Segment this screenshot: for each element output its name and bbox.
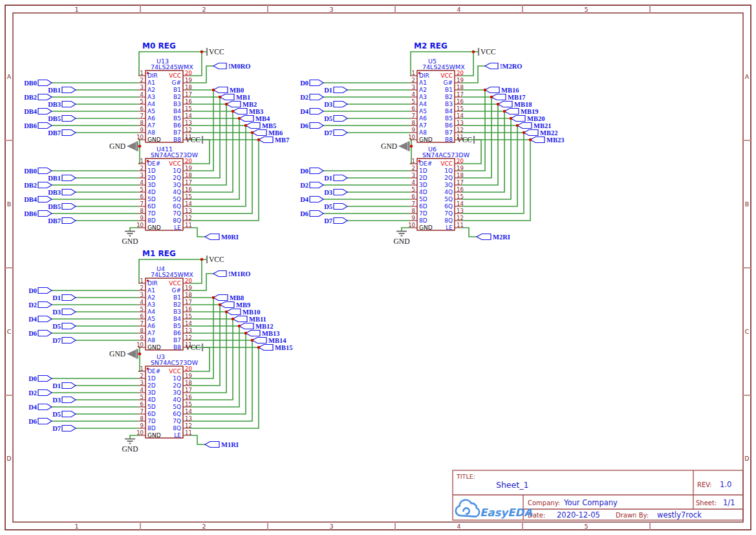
- output-port[interactable]: MB15: [259, 344, 292, 351]
- input-port[interactable]: DB0: [24, 168, 52, 175]
- gnd-flag-bar: [136, 142, 138, 151]
- pin-number: 18: [185, 380, 192, 386]
- input-port[interactable]: D5: [52, 411, 76, 418]
- output-port[interactable]: MB22: [524, 129, 557, 136]
- input-port[interactable]: D7: [324, 217, 347, 224]
- sheet-title-value[interactable]: Sheet_1: [496, 480, 528, 490]
- vcc-flag[interactable]: VCC: [207, 256, 224, 263]
- vcc-flag[interactable]: VCC: [479, 48, 496, 56]
- latch-enable-port[interactable]: M2RI: [477, 234, 510, 241]
- frame-row-label: B: [745, 201, 750, 208]
- latch-enable-port[interactable]: M1RI: [205, 441, 239, 448]
- junction-dot: [251, 339, 254, 342]
- input-port[interactable]: D3: [52, 309, 76, 316]
- output-port[interactable]: MB17: [491, 94, 525, 101]
- output-port[interactable]: MB13: [246, 330, 279, 337]
- input-port[interactable]: DB2: [24, 182, 52, 189]
- input-port[interactable]: D1: [52, 382, 76, 389]
- ic-latch[interactable]: U6SN74AC573DW1OE#21D32D43D54D65D76D87D98…: [408, 146, 470, 231]
- input-port[interactable]: D0: [28, 287, 52, 294]
- input-port[interactable]: DB5: [48, 203, 76, 210]
- output-port[interactable]: MB14: [252, 337, 286, 344]
- pin-number: 5: [140, 186, 144, 193]
- input-port[interactable]: D4: [28, 404, 52, 411]
- drawn-by-value[interactable]: westly7rock: [657, 510, 702, 519]
- output-enable-port[interactable]: !M1RO: [213, 270, 250, 278]
- input-port[interactable]: D3: [324, 101, 347, 108]
- ic-transceiver[interactable]: U574LS245WMX1DIR2A13A24A35A46A57A68A79A8…: [408, 58, 465, 143]
- output-port[interactable]: MB18: [498, 101, 532, 108]
- output-port[interactable]: MB12: [239, 323, 273, 330]
- port-label: D0: [300, 168, 308, 175]
- input-port[interactable]: D0: [300, 168, 323, 175]
- input-port[interactable]: DB4: [24, 108, 52, 115]
- frame-column-label: 2: [202, 6, 206, 13]
- junction-dot: [510, 117, 513, 120]
- input-port[interactable]: D2: [300, 94, 323, 101]
- input-port[interactable]: DB4: [24, 196, 52, 203]
- output-port[interactable]: MB21: [517, 122, 551, 129]
- output-port[interactable]: MB19: [504, 108, 538, 115]
- input-port[interactable]: D6: [28, 330, 52, 337]
- input-port[interactable]: D2: [300, 182, 323, 189]
- input-port[interactable]: D2: [28, 301, 52, 309]
- output-port[interactable]: MB23: [530, 136, 564, 144]
- input-port[interactable]: DB1: [48, 175, 76, 182]
- vcc-flag[interactable]: VCC: [207, 48, 224, 56]
- input-port[interactable]: D6: [300, 122, 323, 129]
- output-port[interactable]: MB10: [226, 309, 260, 316]
- rev-label: REV:: [697, 481, 712, 488]
- pin-number: 15: [185, 313, 192, 320]
- rev-value[interactable]: 1.0: [720, 480, 731, 489]
- input-port[interactable]: DB3: [48, 101, 76, 108]
- ic-transceiver[interactable]: U1374LS245WMX1DIR2A13A24A35A46A57A68A79A…: [136, 58, 193, 143]
- output-port[interactable]: MB20: [511, 115, 545, 122]
- output-port[interactable]: MB16: [485, 87, 519, 94]
- output-enable-port[interactable]: !M0RO: [213, 63, 250, 70]
- input-port[interactable]: DB7: [48, 129, 76, 136]
- input-port[interactable]: D0: [300, 80, 323, 87]
- input-port[interactable]: D6: [28, 418, 52, 425]
- input-port[interactable]: D7: [52, 337, 76, 344]
- date-value[interactable]: 2020-12-05: [557, 510, 600, 519]
- pin-name: 4Q: [173, 189, 181, 195]
- company-value[interactable]: Your Company: [563, 498, 618, 507]
- input-port[interactable]: D5: [324, 115, 347, 122]
- input-port[interactable]: D0: [28, 375, 52, 382]
- frame-column-label: 4: [457, 6, 460, 13]
- input-port[interactable]: D7: [324, 129, 347, 136]
- pin-name: 2D: [419, 175, 427, 181]
- input-port[interactable]: DB3: [48, 189, 76, 196]
- input-port[interactable]: DB1: [48, 87, 76, 94]
- ic-latch[interactable]: U411SN74AC573DW1OE#21D32D43D54D65D76D87D…: [136, 146, 198, 231]
- input-port[interactable]: DB6: [24, 210, 52, 217]
- output-port[interactable]: MB11: [233, 316, 266, 323]
- ic-latch[interactable]: U3SN74AC573DW1OE#21D32D43D54D65D76D87D98…: [136, 353, 198, 439]
- input-port[interactable]: DB2: [24, 94, 52, 101]
- latch-enable-port[interactable]: M0RI: [205, 234, 239, 241]
- input-port[interactable]: D6: [300, 210, 323, 217]
- input-port[interactable]: D4: [28, 316, 52, 323]
- input-port[interactable]: D2: [28, 389, 52, 397]
- input-port[interactable]: D1: [324, 175, 347, 182]
- input-port[interactable]: DB7: [48, 217, 76, 224]
- sheet-number-value[interactable]: 1/1: [723, 498, 735, 507]
- schematic-sheet-canvas[interactable]: 1122334455AABBCCDD VCCVCCGNDGNDU1374LS24…: [0, 0, 756, 535]
- input-port[interactable]: D5: [324, 203, 347, 210]
- pin-name: 2D: [147, 175, 156, 181]
- input-port[interactable]: D1: [324, 87, 347, 94]
- input-port[interactable]: DB6: [24, 122, 52, 129]
- input-port[interactable]: D5: [52, 323, 76, 330]
- ic-transceiver[interactable]: U474LS245WMX1DIR2A13A24A35A46A57A68A79A8…: [136, 265, 193, 351]
- input-port[interactable]: DB5: [48, 115, 76, 122]
- output-enable-port[interactable]: !M2RO: [485, 63, 522, 70]
- input-port[interactable]: D3: [52, 397, 76, 404]
- input-port[interactable]: D1: [52, 294, 76, 301]
- input-port[interactable]: D7: [52, 425, 76, 432]
- input-port[interactable]: DB0: [24, 80, 52, 87]
- pin-number: 10: [136, 134, 144, 140]
- pin-number: 9: [412, 127, 415, 133]
- input-port[interactable]: D4: [300, 108, 323, 115]
- input-port[interactable]: D4: [300, 196, 323, 203]
- input-port[interactable]: D3: [324, 189, 347, 196]
